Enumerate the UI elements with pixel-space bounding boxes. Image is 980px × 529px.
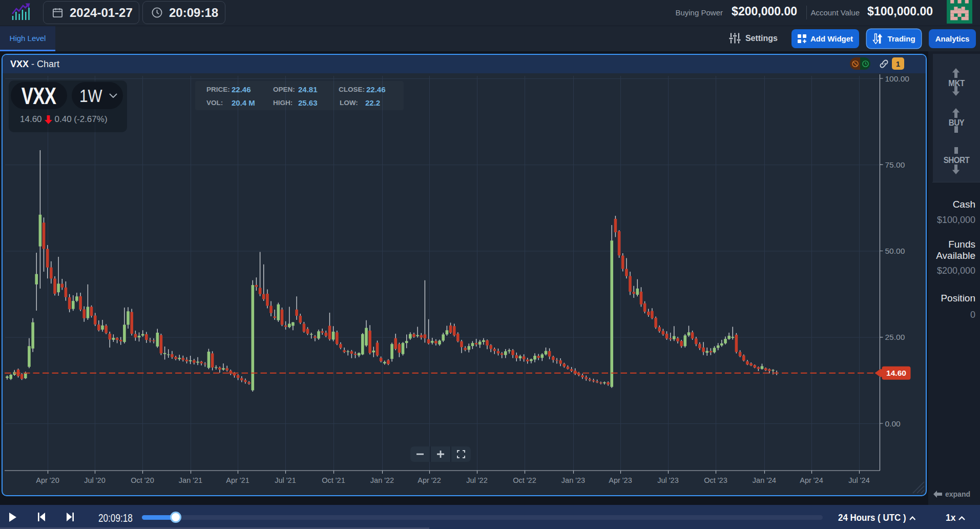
svg-text:Oct '22: Oct '22 — [513, 476, 536, 484]
svg-text:Jan '24: Jan '24 — [753, 476, 776, 484]
svg-text:0.00: 0.00 — [885, 419, 901, 428]
svg-text:Jul '20: Jul '20 — [84, 476, 105, 484]
svg-text:Jul '23: Jul '23 — [657, 476, 678, 484]
svg-text:50.00: 50.00 — [885, 247, 905, 255]
svg-text:Apr '20: Apr '20 — [36, 476, 59, 484]
svg-text:Jul '24: Jul '24 — [848, 476, 869, 484]
svg-text:Apr '23: Apr '23 — [609, 476, 632, 484]
svg-text:100.00: 100.00 — [885, 74, 910, 83]
svg-text:Jul '21: Jul '21 — [275, 476, 296, 484]
svg-text:Jan '23: Jan '23 — [561, 476, 585, 484]
svg-text:Oct '21: Oct '21 — [322, 476, 345, 484]
svg-text:Jul '22: Jul '22 — [466, 476, 487, 484]
svg-text:25.00: 25.00 — [885, 333, 905, 341]
svg-text:Jan '21: Jan '21 — [179, 476, 202, 484]
svg-text:14.60: 14.60 — [886, 369, 906, 377]
svg-text:Apr '21: Apr '21 — [226, 476, 249, 484]
svg-text:Oct '23: Oct '23 — [704, 476, 727, 484]
svg-text:Apr '24: Apr '24 — [800, 476, 823, 484]
svg-text:Apr '22: Apr '22 — [418, 476, 441, 484]
svg-text:75.00: 75.00 — [885, 160, 905, 169]
svg-text:Oct '20: Oct '20 — [131, 476, 154, 484]
svg-text:Jan '22: Jan '22 — [370, 476, 394, 484]
